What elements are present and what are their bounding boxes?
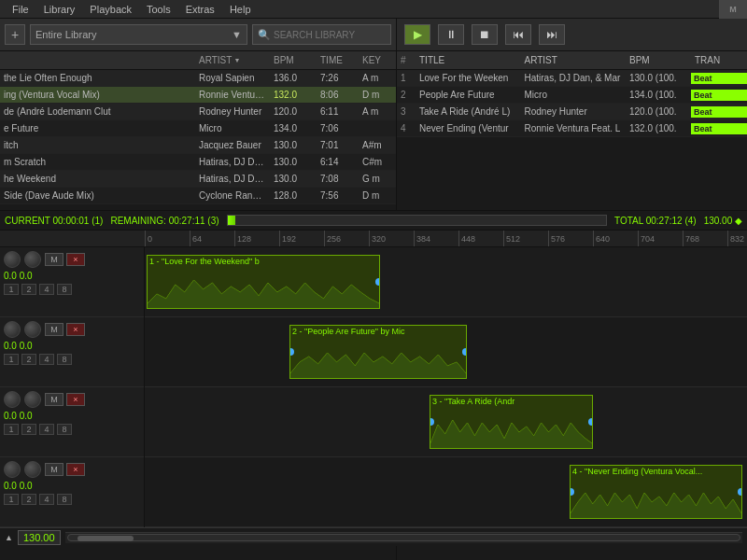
track4-btn-4[interactable]: 4 [39, 494, 54, 505]
lib-key: D m [359, 90, 396, 100]
block4-right-handle[interactable] [738, 488, 742, 496]
lib-artist: Ronnie Ventura Feat. La [195, 90, 270, 100]
track1-pan-knob[interactable] [24, 251, 41, 268]
track1-solo[interactable]: × [66, 253, 85, 266]
track-ctrl-4: M × 0.0 0.0 1 2 4 8 [0, 457, 144, 527]
waveform-block-1[interactable]: 1 - "Love For the Weekend" b [147, 255, 380, 309]
track-lane-4: 4 - "Never Ending (Ventura Vocal... [145, 457, 747, 527]
block4-title: 4 - "Never Ending (Ventura Vocal... [572, 467, 702, 476]
block2-right-handle[interactable] [462, 348, 467, 356]
progress-section: CURRENT 00:00:01 (1) REMAINING: 00:27:11… [0, 210, 747, 546]
library-row[interactable]: de (André Lodemann Clut Rodney Hunter 12… [0, 104, 396, 120]
playlist-row[interactable]: 2 People Are Future Micro 134.0 (100. Be… [397, 87, 747, 104]
pl-bpm: 134.0 (100. [626, 90, 691, 100]
track2-pan-knob[interactable] [24, 321, 41, 338]
svg-marker-1 [290, 353, 466, 378]
pl-artist: Ronnie Ventura Feat. L [521, 123, 627, 133]
library-row[interactable]: he Weekend Hatiras, DJ Dan, & Manc 130.0… [0, 171, 396, 188]
library-table-header: ARTIST BPM TIME KEY [0, 51, 396, 70]
library-row[interactable]: ing (Ventura Vocal Mix) Ronnie Ventura F… [0, 87, 396, 104]
next-button[interactable]: ⏭ [539, 24, 565, 45]
menu-tools[interactable]: Tools [139, 4, 178, 15]
lib-time: 7:26 [317, 73, 359, 83]
block1-title: 1 - "Love For the Weekend" b [149, 257, 260, 266]
track3-mute[interactable]: M [45, 393, 63, 406]
horizontal-scroll[interactable] [65, 532, 742, 543]
track3-btn-1[interactable]: 1 [4, 424, 19, 435]
library-row[interactable]: Side (Dave Aude Mix) Cyclone Rangers 128… [0, 188, 396, 204]
waveform-block-4[interactable]: 4 - "Never Ending (Ventura Vocal... [570, 465, 742, 519]
search-input[interactable] [274, 30, 386, 40]
track2-btn-8[interactable]: 8 [57, 354, 72, 365]
library-row[interactable]: e Future Micro 134.0 7:06 [0, 120, 396, 137]
track3-btn-4[interactable]: 4 [39, 424, 54, 435]
ruler-mark: 192 [279, 231, 324, 246]
block1-right-handle[interactable] [375, 278, 380, 286]
menu-library[interactable]: Library [36, 4, 83, 15]
track4-vol-knob[interactable] [4, 461, 21, 478]
lib-bpm: 134.0 [270, 123, 317, 133]
track1-btn-2[interactable]: 2 [21, 284, 36, 295]
menu-extras[interactable]: Extras [178, 4, 222, 15]
prev-button[interactable]: ⏮ [505, 24, 531, 45]
progress-bar[interactable] [227, 215, 607, 226]
lib-bpm: 130.0 [270, 140, 317, 150]
block2-title: 2 - "People Are Future" by Mic [292, 327, 404, 336]
pause-button[interactable]: ⏸ [438, 24, 464, 45]
track3-btn-2[interactable]: 2 [21, 424, 36, 435]
menu-help[interactable]: Help [222, 4, 259, 15]
menu-file[interactable]: File [5, 4, 36, 15]
track1-vol-knob[interactable] [4, 251, 21, 268]
track2-solo[interactable]: × [66, 323, 85, 336]
track3-vol-knob[interactable] [4, 391, 21, 408]
timeline-ruler: 064128192256320384448512576640704768832 [0, 231, 747, 247]
track1-btn-4[interactable]: 4 [39, 284, 54, 295]
svg-marker-3 [571, 493, 741, 518]
ruler-mark: 320 [369, 231, 414, 246]
waveform-block-3[interactable]: 3 - "Take A Ride (Andr [430, 395, 593, 449]
track2-btn-4[interactable]: 4 [39, 354, 54, 365]
scroll-thumb[interactable] [78, 536, 134, 541]
track4-btn-8[interactable]: 8 [57, 494, 72, 505]
play-button[interactable]: ▶ [404, 24, 430, 45]
add-button[interactable]: + [5, 24, 25, 45]
playlist-row[interactable]: 4 Never Ending (Ventur Ronnie Ventura Fe… [397, 120, 747, 137]
track2-btn-2[interactable]: 2 [21, 354, 36, 365]
track4-btn-2[interactable]: 2 [21, 494, 36, 505]
playlist-row[interactable]: 1 Love For the Weeken Hatiras, DJ Dan, &… [397, 70, 747, 87]
pl-col-bpm: BPM [626, 55, 691, 65]
track4-solo[interactable]: × [66, 463, 85, 476]
transport-bar: ▶ ⏸ ⏹ ⏮ ⏭ [397, 19, 747, 51]
track3-btn-8[interactable]: 8 [57, 424, 72, 435]
library-dropdown[interactable]: Entire Library ▼ [30, 24, 247, 45]
lib-key: C#m [359, 157, 396, 167]
track3-solo[interactable]: × [66, 393, 85, 406]
ruler-mark: 384 [414, 231, 458, 246]
track1-btn-1[interactable]: 1 [4, 284, 19, 295]
library-row[interactable]: itch Jacquez Bauer 130.0 7:01 A#m [0, 137, 396, 154]
playlist-row[interactable]: 3 Take A Ride (André L) Rodney Hunter 12… [397, 104, 747, 120]
waveform-block-2[interactable]: 2 - "People Are Future" by Mic [289, 325, 467, 379]
track2-mute[interactable]: M [45, 323, 63, 336]
track4-mute[interactable]: M [45, 463, 63, 476]
track4-btn-1[interactable]: 1 [4, 494, 19, 505]
col-time: TIME [317, 55, 359, 65]
stop-button[interactable]: ⏹ [472, 24, 498, 45]
lib-key: G m [359, 174, 396, 184]
track3-pan-knob[interactable] [24, 391, 41, 408]
block3-right-handle[interactable] [588, 418, 593, 426]
svg-marker-0 [148, 280, 379, 308]
track4-pan-knob[interactable] [24, 461, 41, 478]
track1-btn-8[interactable]: 8 [57, 284, 72, 295]
scroll-track[interactable] [67, 534, 740, 541]
library-row[interactable]: m Scratch Hatiras, DJ Dan, & Mess 130.0 … [0, 154, 396, 171]
track2-btn-1[interactable]: 1 [4, 354, 19, 365]
library-row[interactable]: the Lie Often Enough Royal Sapien 136.0 … [0, 70, 396, 87]
track1-mute[interactable]: M [45, 253, 63, 266]
lib-title: itch [0, 140, 195, 150]
lib-bpm: 132.0 [270, 90, 317, 100]
menu-playback[interactable]: Playback [82, 4, 139, 15]
col-artist[interactable]: ARTIST [195, 55, 270, 65]
pl-artist: Micro [521, 90, 627, 100]
track2-vol-knob[interactable] [4, 321, 21, 338]
